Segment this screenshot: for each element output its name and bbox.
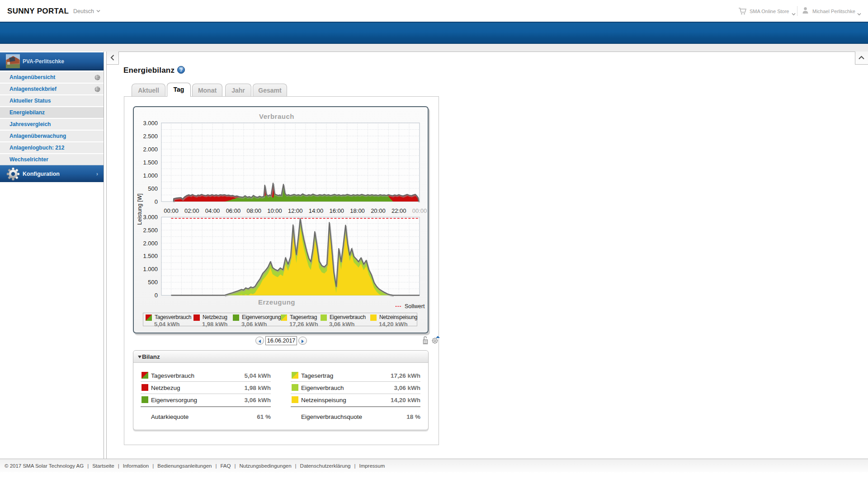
svg-text:2.000: 2.000 (143, 146, 158, 153)
svg-text:00:00: 00:00 (164, 207, 179, 214)
svg-text:04:00: 04:00 (205, 207, 220, 214)
svg-text:20:00: 20:00 (371, 207, 386, 214)
svg-text:3.000: 3.000 (143, 214, 158, 221)
svg-text:Sollwert: Sollwert (405, 303, 425, 310)
svg-text:1.000: 1.000 (143, 172, 158, 179)
svg-text:06:00: 06:00 (226, 207, 241, 214)
svg-text:Erzeugung: Erzeugung (258, 298, 295, 306)
svg-text:00:00: 00:00 (412, 207, 427, 214)
svg-text:10:00: 10:00 (267, 207, 282, 214)
svg-text:16:00: 16:00 (330, 207, 344, 214)
svg-text:3.000: 3.000 (143, 120, 158, 127)
svg-text:2.500: 2.500 (143, 227, 158, 234)
svg-text:0: 0 (155, 198, 158, 205)
svg-text:500: 500 (148, 185, 158, 192)
svg-text:14:00: 14:00 (309, 207, 324, 214)
svg-text:1.500: 1.500 (143, 253, 158, 259)
svg-text:1.000: 1.000 (143, 266, 158, 272)
svg-text:500: 500 (148, 279, 158, 286)
svg-text:Verbrauch: Verbrauch (259, 113, 294, 120)
svg-text:0: 0 (155, 292, 158, 299)
svg-text:12:00: 12:00 (288, 207, 303, 214)
svg-text:2.500: 2.500 (143, 133, 158, 140)
svg-text:1.500: 1.500 (143, 159, 158, 166)
svg-text:?: ? (179, 67, 183, 73)
svg-text:02:00: 02:00 (184, 207, 199, 214)
svg-text:22:00: 22:00 (392, 207, 406, 214)
svg-text:08:00: 08:00 (246, 207, 261, 214)
svg-text:18:00: 18:00 (350, 207, 365, 214)
svg-text:Leistung [W]: Leistung [W] (137, 193, 143, 225)
svg-text:2.000: 2.000 (143, 240, 158, 247)
